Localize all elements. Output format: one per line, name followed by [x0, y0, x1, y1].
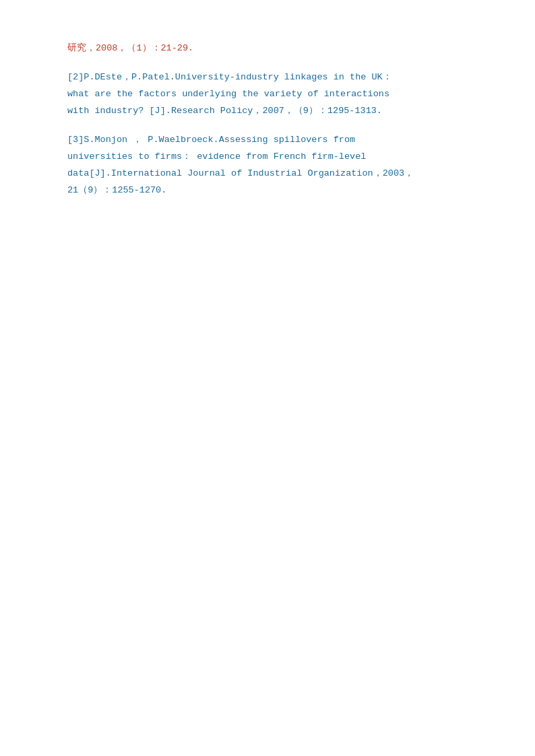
ref-2-line2: what are the factors underlying the vari… — [67, 86, 481, 103]
ref-2-text1: P.DEste，P.Patel.University-industry link… — [84, 72, 391, 82]
ref-2-line3: with industry? [J].Research Policy，2007，… — [67, 103, 481, 120]
references-block: 研究，2008，（1）：21-29. [2]P.DEste，P.Patel.Un… — [67, 40, 481, 199]
ref-3-line1: [3]S.Monjon ， P.Waelbroeck.Assessing spi… — [67, 132, 481, 149]
ref-2-bracket: [2] — [67, 72, 84, 82]
ref-2: [2]P.DEste，P.Patel.University-industry l… — [67, 69, 481, 120]
ref-3-bracket: [3] — [67, 135, 84, 145]
page: 研究，2008，（1）：21-29. [2]P.DEste，P.Patel.Un… — [0, 0, 535, 756]
ref-3-line4: 21（9）：1255-1270. — [67, 182, 481, 199]
ref-3-line2: universities to firms： evidence from Fre… — [67, 149, 481, 166]
ref-0-line1: 研究，2008，（1）：21-29. — [67, 40, 481, 57]
ref-2-line1: [2]P.DEste，P.Patel.University-industry l… — [67, 69, 481, 86]
ref-line-0: 研究，2008，（1）：21-29. — [67, 40, 481, 57]
ref-3-text1: S.Monjon ， P.Waelbroeck.Assessing spillo… — [84, 135, 355, 145]
ref-3-line3: data[J].International Journal of Industr… — [67, 166, 481, 182]
ref-3: [3]S.Monjon ， P.Waelbroeck.Assessing spi… — [67, 132, 481, 199]
